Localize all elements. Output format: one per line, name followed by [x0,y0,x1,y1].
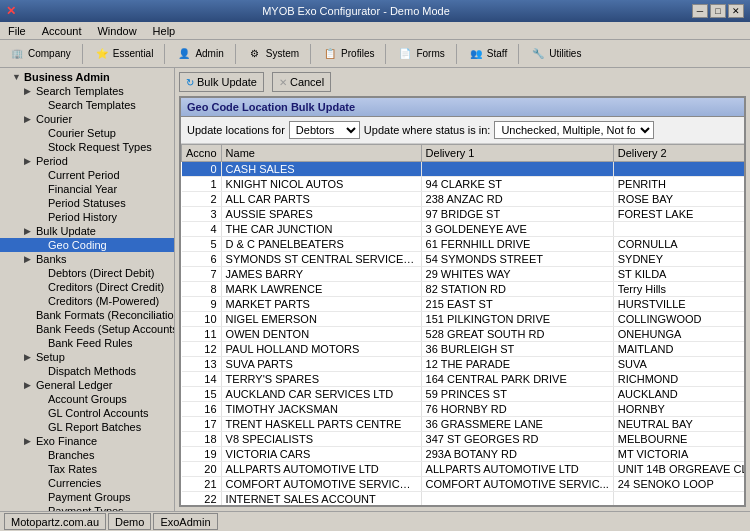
sidebar-item-general-ledger-group[interactable]: ▶ General Ledger [0,378,174,392]
cell-accno: 9 [182,297,222,312]
table-row[interactable]: 9MARKET PARTS215 EAST STHURSTVILLE [182,297,745,312]
table-row[interactable]: 7JAMES BARRY29 WHITES WAYST KILDA [182,267,745,282]
cell-del1: 82 STATION RD [421,282,613,297]
sidebar-item-courier-group[interactable]: ▶ Courier [0,112,174,126]
table-row[interactable]: 14TERRY'S SPARES164 CENTRAL PARK DRIVERI… [182,372,745,387]
table-row[interactable]: 1KNIGHT NICOL AUTOS94 CLARKE STPENRITH [182,177,745,192]
cell-name: SYMONDS ST CENTRAL SERVICE STATION [221,252,421,267]
table-row[interactable]: 0CASH SALES [182,162,745,177]
sidebar-item-creditors-direct-credit[interactable]: Creditors (Direct Credit) [0,280,174,294]
sidebar-item-period-group[interactable]: ▶ Period [0,154,174,168]
table-row[interactable]: 12PAUL HOLLAND MOTORS36 BURLEIGH STMAITL… [182,342,745,357]
sidebar-item-bank-feeds-setup-accounts[interactable]: Bank Feeds (Setup Accounts) [0,322,174,336]
cell-accno: 11 [182,327,222,342]
utilities-icon: 🔧 [530,46,546,62]
sidebar-item-bulk-update-group[interactable]: ▶ Bulk Update [0,224,174,238]
toolbar-essential[interactable]: ⭐ Essential [89,43,159,65]
currencies-label: Currencies [48,477,101,489]
sidebar-item-gl-report-batches[interactable]: GL Report Batches [0,420,174,434]
cancel-button[interactable]: ✕ Cancel [272,72,331,92]
table-row[interactable]: 10NIGEL EMERSON151 PILKINGTON DRIVECOLLI… [182,312,745,327]
sidebar-item-banks-group[interactable]: ▶ Banks [0,252,174,266]
cell-name: MARK LAWRENCE [221,282,421,297]
cell-del1 [421,492,613,506]
bulk-update-button[interactable]: ↻ Bulk Update [179,72,264,92]
toolbar-profiles[interactable]: 📋 Profiles [317,43,379,65]
close-button[interactable]: ✕ [728,4,744,18]
sidebar-item-stock-request-types[interactable]: Stock Request Types [0,140,174,154]
menu-bar: File Account Window Help [0,22,750,40]
cell-del2: MT VICTORIA [613,447,744,462]
table-row[interactable]: 6SYMONDS ST CENTRAL SERVICE STATION54 SY… [182,252,745,267]
sidebar-item-search-templates[interactable]: Search Templates [0,98,174,112]
table-row[interactable]: 21COMFORT AUTOMOTIVE SERVICES PTE LTDCOM… [182,477,745,492]
bulk-update-toolbar: ↻ Bulk Update ✕ Cancel [179,72,746,92]
table-row[interactable]: 8MARK LAWRENCE82 STATION RDTerry Hills [182,282,745,297]
sidebar-item-dispatch-methods[interactable]: Dispatch Methods [0,364,174,378]
sidebar-item-geo-coding[interactable]: Geo Coding [0,238,174,252]
sidebar-item-gl-control-accounts[interactable]: GL Control Accounts [0,406,174,420]
sidebar-item-creditors-mpowered[interactable]: Creditors (M-Powered) [0,294,174,308]
sidebar-item-courier-setup[interactable]: Courier Setup [0,126,174,140]
table-row[interactable]: 15AUCKLAND CAR SERVICES LTD59 PRINCES ST… [182,387,745,402]
toolbar-admin[interactable]: 👤 Admin [171,43,228,65]
table-row[interactable]: 13SUVA PARTS12 THE PARADESUVA [182,357,745,372]
table-row[interactable]: 18V8 SPECIALISTS347 ST GEORGES RDMELBOUR… [182,432,745,447]
menu-window[interactable]: Window [93,24,140,38]
sidebar-item-bank-formats-reconciliation[interactable]: Bank Formats (Reconciliation) [0,308,174,322]
sidebar-item-period-statuses[interactable]: Period Statuses [0,196,174,210]
cell-name: D & C PANELBEATERS [221,237,421,252]
sidebar-item-payment-types[interactable]: Payment Types [0,504,174,511]
sidebar-item-current-period[interactable]: Current Period [0,168,174,182]
minimize-button[interactable]: ─ [692,4,708,18]
sidebar-item-search-templates-group[interactable]: ▶ Search Templates [0,84,174,98]
toolbar-forms[interactable]: 📄 Forms [392,43,449,65]
cell-del1: 293A BOTANY RD [421,447,613,462]
toolbar-staff[interactable]: 👥 Staff [463,43,512,65]
cell-del2: AUCKLAND [613,387,744,402]
table-row[interactable]: 5D & C PANELBEATERS61 FERNHILL DRIVECORN… [182,237,745,252]
cell-del1: ALLPARTS AUTOMOTIVE LTD [421,462,613,477]
data-table-container: Accno Name Delivery 1 Delivery 2 0CASH S… [181,144,744,505]
table-row[interactable]: 20ALLPARTS AUTOMOTIVE LTDALLPARTS AUTOMO… [182,462,745,477]
courier-group-label: Courier [36,113,72,125]
table-row[interactable]: 11OWEN DENTON528 GREAT SOUTH RDONEHUNGA [182,327,745,342]
sidebar-item-period-history[interactable]: Period History [0,210,174,224]
table-row[interactable]: 22INTERNET SALES ACCOUNT [182,492,745,506]
setup-group-label: Setup [36,351,65,363]
cell-name: VICTORIA CARS [221,447,421,462]
sidebar-item-financial-year[interactable]: Financial Year [0,182,174,196]
sidebar-item-exo-finance-group[interactable]: ▶ Exo Finance [0,434,174,448]
table-row[interactable]: 3AUSSIE SPARES97 BRIDGE STFOREST LAKE [182,207,745,222]
sidebar-item-account-groups[interactable]: Account Groups [0,392,174,406]
general-ledger-group-label: General Ledger [36,379,112,391]
sidebar-item-business-admin[interactable]: ▼ Business Admin [0,70,174,84]
main-layout: ▼ Business Admin ▶ Search Templates Sear… [0,68,750,511]
sidebar-item-payment-groups[interactable]: Payment Groups [0,490,174,504]
sidebar-item-branches[interactable]: Branches [0,448,174,462]
toolbar-system[interactable]: ⚙ System [242,43,304,65]
sidebar-item-bank-feed-rules[interactable]: Bank Feed Rules [0,336,174,350]
menu-help[interactable]: Help [149,24,180,38]
table-row[interactable]: 19VICTORIA CARS293A BOTANY RDMT VICTORIA [182,447,745,462]
table-row[interactable]: 4THE CAR JUNCTION3 GOLDENEYE AVE [182,222,745,237]
toolbar-company[interactable]: 🏢 Company [4,43,76,65]
menu-account[interactable]: Account [38,24,86,38]
sidebar-item-debtors-direct-debit[interactable]: Debtors (Direct Debit) [0,266,174,280]
table-row[interactable]: 2ALL CAR PARTS238 ANZAC RDROSE BAY [182,192,745,207]
sidebar-item-tax-rates[interactable]: Tax Rates [0,462,174,476]
financial-year-label: Financial Year [48,183,117,195]
system-icon: ⚙ [247,46,263,62]
table-row[interactable]: 17TRENT HASKELL PARTS CENTRE36 GRASSMERE… [182,417,745,432]
cell-accno: 13 [182,357,222,372]
maximize-button[interactable]: □ [710,4,726,18]
filter-type-select[interactable]: Debtors Creditors Staff [289,121,360,139]
table-row[interactable]: 16TIMOTHY JACKSMAN76 HORNBY RDHORNBY [182,402,745,417]
filter-status-select[interactable]: Unchecked, Multiple, Not found, Error Un… [494,121,654,139]
toolbar-utilities[interactable]: 🔧 Utilities [525,43,586,65]
cell-name: NIGEL EMERSON [221,312,421,327]
menu-file[interactable]: File [4,24,30,38]
sidebar-item-currencies[interactable]: Currencies [0,476,174,490]
cancel-label: Cancel [290,76,324,88]
sidebar-item-setup-group[interactable]: ▶ Setup [0,350,174,364]
